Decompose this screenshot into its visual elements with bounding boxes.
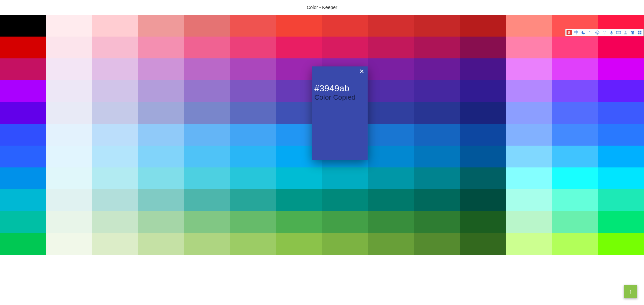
palette-swatch[interactable] (230, 211, 276, 233)
palette-swatch[interactable] (46, 58, 92, 80)
palette-swatch[interactable] (506, 80, 552, 102)
palette-swatch[interactable] (92, 37, 138, 58)
palette-swatch[interactable] (184, 37, 230, 58)
palette-swatch[interactable] (506, 124, 552, 146)
palette-swatch[interactable] (598, 37, 644, 58)
palette-swatch[interactable] (92, 124, 138, 146)
palette-swatch[interactable] (92, 58, 138, 80)
palette-swatch[interactable] (138, 146, 184, 167)
palette-swatch[interactable] (46, 124, 92, 146)
palette-swatch[interactable] (598, 189, 644, 211)
palette-swatch[interactable] (230, 80, 276, 102)
palette-swatch[interactable] (506, 15, 552, 37)
palette-swatch[interactable] (368, 189, 414, 211)
palette-swatch[interactable] (552, 146, 598, 167)
palette-swatch[interactable] (460, 233, 506, 255)
palette-swatch[interactable] (276, 233, 322, 255)
moon-icon[interactable] (581, 30, 586, 35)
mic-icon[interactable] (609, 30, 614, 35)
palette-swatch[interactable] (414, 146, 460, 167)
palette-swatch[interactable] (184, 102, 230, 124)
palette-swatch[interactable] (414, 233, 460, 255)
palette-swatch[interactable] (230, 58, 276, 80)
palette-swatch[interactable] (230, 167, 276, 189)
palette-swatch[interactable] (0, 167, 46, 189)
palette-swatch[interactable] (460, 15, 506, 37)
palette-swatch[interactable] (506, 167, 552, 189)
palette-swatch[interactable] (368, 80, 414, 102)
palette-swatch[interactable] (322, 37, 368, 58)
close-icon[interactable]: ✕ (359, 68, 364, 74)
palette-swatch[interactable] (230, 189, 276, 211)
grid-icon[interactable] (637, 30, 642, 35)
palette-swatch[interactable] (598, 80, 644, 102)
palette-swatch[interactable] (414, 167, 460, 189)
palette-swatch[interactable] (460, 146, 506, 167)
palette-swatch[interactable] (552, 211, 598, 233)
palette-swatch[interactable] (138, 189, 184, 211)
palette-swatch[interactable] (138, 80, 184, 102)
palette-swatch[interactable] (368, 233, 414, 255)
palette-swatch[interactable] (368, 15, 414, 37)
palette-swatch[interactable] (46, 146, 92, 167)
palette-swatch[interactable] (184, 233, 230, 255)
palette-swatch[interactable] (552, 80, 598, 102)
palette-swatch[interactable] (0, 124, 46, 146)
palette-swatch[interactable] (506, 146, 552, 167)
palette-swatch[interactable] (322, 15, 368, 37)
palette-swatch[interactable] (368, 167, 414, 189)
palette-swatch[interactable] (460, 189, 506, 211)
palette-swatch[interactable] (184, 211, 230, 233)
palette-swatch[interactable] (0, 15, 46, 37)
sogou-logo[interactable]: S (567, 30, 572, 35)
palette-swatch[interactable] (414, 102, 460, 124)
palette-swatch[interactable] (598, 58, 644, 80)
palette-swatch[interactable] (506, 233, 552, 255)
palette-swatch[interactable] (92, 211, 138, 233)
palette-swatch[interactable] (0, 102, 46, 124)
palette-swatch[interactable] (184, 80, 230, 102)
palette-swatch[interactable] (460, 211, 506, 233)
palette-swatch[interactable] (368, 211, 414, 233)
palette-swatch[interactable] (414, 58, 460, 80)
palette-swatch[interactable] (230, 233, 276, 255)
palette-swatch[interactable] (368, 146, 414, 167)
palette-swatch[interactable] (368, 58, 414, 80)
palette-swatch[interactable] (184, 167, 230, 189)
keyboard-icon[interactable] (616, 30, 621, 35)
palette-swatch[interactable] (598, 146, 644, 167)
palette-swatch[interactable] (414, 15, 460, 37)
palette-swatch[interactable] (322, 189, 368, 211)
palette-swatch[interactable] (276, 167, 322, 189)
palette-swatch[interactable] (322, 233, 368, 255)
palette-swatch[interactable] (0, 189, 46, 211)
palette-swatch[interactable] (92, 80, 138, 102)
palette-swatch[interactable] (46, 80, 92, 102)
palette-swatch[interactable] (92, 146, 138, 167)
palette-swatch[interactable] (460, 37, 506, 58)
palette-swatch[interactable] (92, 189, 138, 211)
palette-swatch[interactable] (414, 124, 460, 146)
palette-swatch[interactable] (368, 102, 414, 124)
palette-swatch[interactable] (598, 233, 644, 255)
palette-swatch[interactable] (598, 102, 644, 124)
shirt-icon[interactable] (630, 30, 635, 35)
palette-swatch[interactable] (552, 189, 598, 211)
palette-swatch[interactable] (552, 37, 598, 58)
user-icon[interactable] (623, 30, 628, 35)
palette-swatch[interactable] (0, 58, 46, 80)
palette-swatch[interactable] (598, 211, 644, 233)
palette-swatch[interactable] (46, 167, 92, 189)
palette-swatch[interactable] (230, 124, 276, 146)
palette-swatch[interactable] (46, 211, 92, 233)
palette-swatch[interactable] (506, 58, 552, 80)
palette-swatch[interactable] (414, 211, 460, 233)
palette-swatch[interactable] (138, 37, 184, 58)
palette-swatch[interactable] (414, 37, 460, 58)
ime-toolbar[interactable]: S中°,^˰^ (565, 29, 644, 36)
palette-swatch[interactable] (92, 15, 138, 37)
palette-swatch[interactable] (230, 146, 276, 167)
palette-swatch[interactable] (138, 233, 184, 255)
palette-swatch[interactable] (230, 102, 276, 124)
emoji-icon[interactable] (595, 30, 600, 35)
